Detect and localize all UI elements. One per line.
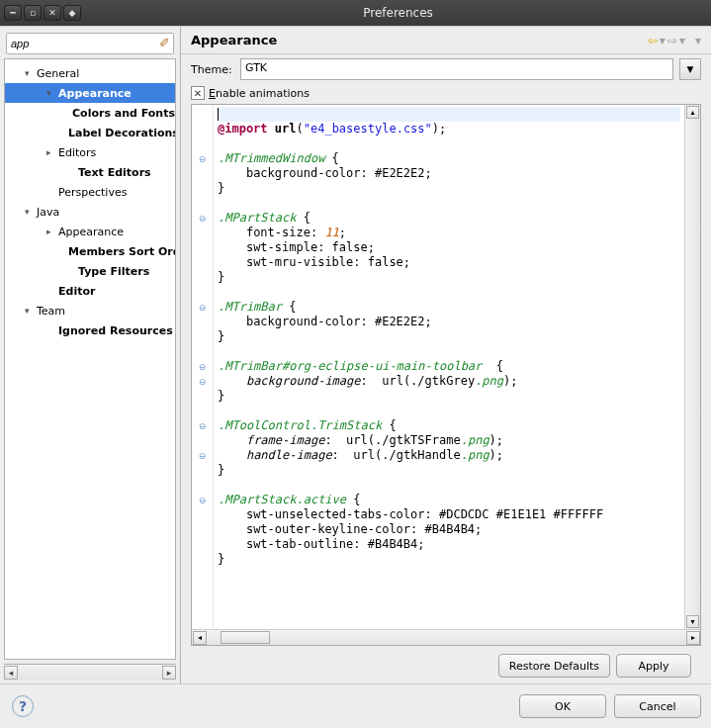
editor-gutter: ⊖ ⊖ ⊖ ⊖ ⊖ xyxy=(192,105,214,629)
scrollbar-thumb[interactable] xyxy=(221,631,270,644)
tree-item-label: Appearance xyxy=(58,87,132,100)
filter-input[interactable] xyxy=(6,33,174,54)
maximize-button[interactable]: ▫ xyxy=(24,5,42,21)
tree-item[interactable]: ▸Editors xyxy=(5,142,175,162)
tree-item-label: Members Sort Order xyxy=(68,245,176,258)
close-button[interactable]: ✕ xyxy=(44,5,61,21)
tree-item[interactable]: ▾Team xyxy=(5,301,175,320)
cancel-button[interactable]: Cancel xyxy=(614,694,701,718)
minimize-button[interactable]: ━ xyxy=(4,5,22,21)
help-icon[interactable]: ? xyxy=(12,695,34,717)
css-editor[interactable]: ⊖ ⊖ ⊖ ⊖ ⊖ xyxy=(191,104,701,646)
nav-forward-menu-icon[interactable]: ▾ xyxy=(679,34,685,47)
enable-animations-checkbox[interactable]: ✕ xyxy=(191,86,205,100)
twisty-icon[interactable]: ▾ xyxy=(46,88,56,98)
enable-animations-label: Enable animations xyxy=(209,87,310,100)
scroll-left-button[interactable]: ◂ xyxy=(4,666,18,680)
tree-item[interactable]: ▾Java xyxy=(5,202,175,222)
restore-defaults-button[interactable]: Restore Defaults xyxy=(498,654,610,678)
tree-item-label: Text Editors xyxy=(78,166,151,179)
apply-button[interactable]: Apply xyxy=(616,654,691,678)
twisty-icon[interactable]: ▾ xyxy=(25,68,35,78)
ok-button[interactable]: OK xyxy=(519,694,606,718)
tree-item[interactable]: Editor xyxy=(5,281,175,301)
tree-item-label: Label Decorations xyxy=(68,127,176,139)
view-menu-icon[interactable]: ▾ xyxy=(695,34,701,47)
tree-item[interactable]: Text Editors xyxy=(5,162,175,182)
tree-item[interactable]: Members Sort Order xyxy=(5,241,175,261)
theme-label: Theme: xyxy=(191,63,234,76)
twisty-icon[interactable]: ▸ xyxy=(46,147,56,157)
title-bar: ━ ▫ ✕ ◆ Preferences xyxy=(0,0,711,26)
tree-item-label: General xyxy=(37,67,79,80)
tree-item[interactable]: ▾General xyxy=(5,63,175,83)
left-pane: ✐ ▾General▾AppearanceColors and FontsLab… xyxy=(0,27,181,683)
theme-dropdown-button[interactable]: ▼ xyxy=(679,58,701,80)
nav-back-icon[interactable]: ⇦ xyxy=(648,34,658,47)
tree-horizontal-scrollbar[interactable]: ◂ ▸ xyxy=(4,664,176,680)
scroll-right-button[interactable]: ▸ xyxy=(162,666,176,680)
editor-vertical-scrollbar[interactable]: ▴ ▾ xyxy=(684,105,700,629)
twisty-icon[interactable]: ▾ xyxy=(25,306,35,316)
tree-item-label: Appearance xyxy=(58,226,124,238)
editor-horizontal-scrollbar[interactable]: ◂ ▸ xyxy=(192,629,700,645)
tree-item-label: Java xyxy=(37,206,59,219)
tree-item[interactable]: Perspectives xyxy=(5,182,175,202)
tree-item[interactable]: Ignored Resources xyxy=(5,320,175,340)
nav-back-menu-icon[interactable]: ▾ xyxy=(660,34,666,47)
tree-item-label: Ignored Resources xyxy=(58,324,173,337)
preference-tree[interactable]: ▾General▾AppearanceColors and FontsLabel… xyxy=(4,58,176,660)
scroll-up-button[interactable]: ▴ xyxy=(686,106,699,119)
keep-above-button[interactable]: ◆ xyxy=(63,5,81,21)
theme-combo[interactable]: GTK xyxy=(240,58,673,80)
tree-item-label: Editor xyxy=(58,285,95,298)
tree-item-label: Editors xyxy=(58,146,96,159)
twisty-icon[interactable]: ▾ xyxy=(25,207,35,217)
clear-filter-icon[interactable]: ✐ xyxy=(159,36,170,50)
twisty-icon[interactable]: ▸ xyxy=(46,227,56,236)
code-area[interactable]: @import url("e4_basestyle.css"); .MTrimm… xyxy=(214,105,684,629)
tree-item[interactable]: ▾Appearance xyxy=(5,83,175,103)
scroll-down-button[interactable]: ▾ xyxy=(686,615,699,628)
tree-item-label: Type Filters xyxy=(78,265,149,278)
tree-item-label: Perspectives xyxy=(58,186,127,199)
tree-item[interactable]: ▸Appearance xyxy=(5,222,175,241)
page-title: Appearance xyxy=(191,33,648,47)
tree-item[interactable]: Type Filters xyxy=(5,261,175,281)
tree-item[interactable]: Colors and Fonts xyxy=(5,103,175,123)
tree-item-label: Colors and Fonts xyxy=(72,107,175,120)
scroll-left-button[interactable]: ◂ xyxy=(193,631,207,645)
nav-forward-icon: ⇨ xyxy=(667,34,677,47)
tree-item[interactable]: Label Decorations xyxy=(5,123,175,142)
tree-item-label: Team xyxy=(37,305,65,318)
window-title: Preferences xyxy=(89,6,707,20)
scroll-right-button[interactable]: ▸ xyxy=(686,631,700,645)
